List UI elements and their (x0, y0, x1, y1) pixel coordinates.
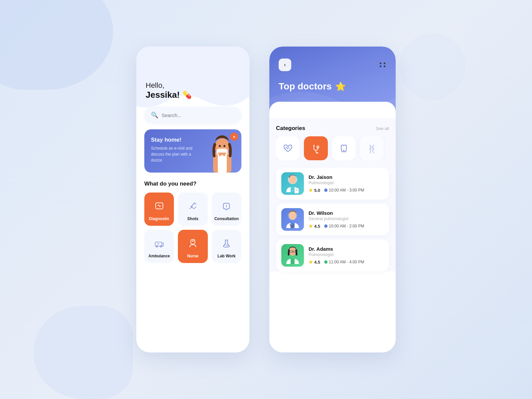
promo-banner: Stay home! Schedule an e-visit and discu… (144, 129, 241, 173)
diagnostic-label: Diagnostic (149, 216, 169, 221)
doctor-time-jaison: 10:00 AM - 3:00 PM (324, 188, 364, 193)
doctor-specialty-jaison: Pulmonologist (309, 181, 384, 185)
doctor-avatar-adams (281, 244, 304, 267)
doctor-meta-wilson: ★ 4.5 10:00 AM - 2:00 PM (309, 223, 384, 229)
doctor-specialty-wilson: General pulmonologist (309, 216, 384, 221)
doctor-info-jaison: Dr. Jaison Pulmonologist ★ 5.0 10:00 AM … (309, 174, 384, 193)
p2-top-row: ‹ (279, 59, 386, 71)
doctor-avatar-jaison (281, 172, 304, 195)
doctor-info-adams: Dr. Adams Pulmonologist ★ 4.5 11:00 AM -… (309, 246, 384, 265)
category-dental[interactable] (332, 136, 356, 160)
section-title: What do you need? (144, 181, 241, 187)
doctor-rating-wilson: ★ 4.5 (309, 223, 320, 229)
grid-item-ambulance[interactable]: Ambulance (144, 230, 174, 263)
bg-blob-3 (399, 33, 466, 100)
categories-title: Categories (276, 125, 305, 132)
svg-point-15 (317, 146, 319, 148)
shots-label: Shots (187, 216, 198, 221)
grid-item-shots[interactable]: Shots (178, 193, 207, 226)
bg-blob-2 (33, 306, 133, 399)
svg-point-16 (317, 152, 318, 154)
consultation-icon (219, 199, 234, 213)
doctor-meta-jaison: ★ 5.0 10:00 AM - 3:00 PM (309, 188, 384, 193)
clock-dot-icon (324, 260, 328, 264)
greeting-name: Jessika! 💊 (146, 90, 240, 100)
category-cardiology[interactable] (276, 136, 300, 160)
p1-greeting: Hello, Jessika! 💊 (136, 81, 249, 100)
p2-wave-decoration (269, 85, 396, 112)
ambulance-icon (152, 236, 167, 250)
p2-header-bg: ‹ Top doctors ⭐ (269, 47, 396, 118)
labwork-label: Lab Work (217, 254, 235, 258)
phones-container: Hello, Jessika! 💊 🔍 Stay home! Schedule … (136, 47, 396, 352)
category-stethoscope[interactable] (304, 136, 328, 160)
doctor-card-jaison[interactable]: Dr. Jaison Pulmonologist ★ 5.0 10:00 AM … (276, 168, 389, 200)
see-all-button[interactable]: See all (376, 126, 389, 131)
svg-point-17 (313, 145, 315, 146)
doctor-card-adams[interactable]: Dr. Adams Pulmonologist ★ 4.5 11:00 AM -… (276, 239, 389, 271)
pill-icon: 💊 (183, 91, 192, 99)
star-rating-icon: ★ (309, 188, 313, 193)
grid-item-nurse[interactable]: Nurse (178, 230, 207, 263)
services-grid: Diagnostic Shots (144, 193, 241, 263)
clock-dot-icon (324, 224, 328, 228)
category-grid (276, 136, 389, 160)
doctor-card-wilson[interactable]: Dr. Wilson General pulmonologist ★ 4.5 1… (276, 203, 389, 235)
svg-rect-34 (291, 259, 295, 264)
grid-item-labwork[interactable]: Lab Work (212, 230, 241, 263)
greeting-hello: Hello, (146, 81, 240, 90)
svg-point-11 (156, 246, 158, 247)
doctor-name-adams: Dr. Adams (309, 246, 384, 252)
banner-person-illustration (203, 129, 241, 173)
labwork-icon (219, 236, 234, 250)
category-genetics[interactable] (360, 136, 384, 160)
svg-point-5 (219, 145, 221, 147)
svg-point-9 (226, 207, 227, 207)
phone-2: ‹ Top doctors ⭐ Categories See all (269, 47, 396, 352)
phone-1: Hello, Jessika! 💊 🔍 Stay home! Schedule … (136, 47, 249, 352)
svg-rect-2 (218, 153, 227, 173)
doctor-specialty-adams: Pulmonologist (309, 252, 384, 257)
grid-item-diagnostic[interactable]: Diagnostic (144, 193, 174, 226)
nurse-label: Nurse (187, 254, 199, 258)
doctor-meta-adams: ★ 4.5 11:00 AM - 4:00 PM (309, 259, 384, 265)
ambulance-label: Ambulance (148, 254, 170, 258)
doctor-avatar-wilson (281, 208, 304, 231)
doctor-rating-jaison: ★ 5.0 (309, 188, 320, 193)
p2-content: Categories See all (269, 118, 396, 271)
menu-dots-icon[interactable] (380, 63, 386, 67)
shots-icon (186, 199, 200, 213)
star-rating-icon: ★ (309, 223, 313, 229)
svg-point-6 (223, 145, 225, 147)
nurse-icon (186, 236, 200, 250)
doctor-time-adams: 11:00 AM - 4:00 PM (324, 260, 364, 264)
doctor-time-wilson: 10:00 AM - 2:00 PM (324, 224, 364, 228)
doctor-name-jaison: Dr. Jaison (309, 174, 384, 180)
grid-item-consultation[interactable]: Consultation (212, 193, 241, 226)
back-button[interactable]: ‹ (279, 59, 291, 71)
svg-point-14 (226, 245, 227, 246)
star-rating-icon: ★ (309, 259, 313, 265)
svg-point-21 (289, 175, 296, 184)
consultation-label: Consultation (214, 216, 239, 221)
clock-dot-icon (324, 189, 328, 192)
svg-point-27 (289, 211, 296, 220)
svg-point-12 (160, 246, 162, 247)
banner-text: Schedule an e-visit and discuss the plan… (151, 145, 204, 163)
doctor-info-wilson: Dr. Wilson General pulmonologist ★ 4.5 1… (309, 210, 384, 229)
doctor-name-wilson: Dr. Wilson (309, 210, 384, 216)
doctor-rating-adams: ★ 4.5 (309, 259, 320, 265)
bg-blob-1 (0, 0, 113, 90)
svg-point-8 (194, 203, 195, 204)
diagnostic-icon (152, 199, 167, 213)
svg-rect-22 (291, 187, 295, 192)
categories-row: Categories See all (276, 118, 389, 136)
